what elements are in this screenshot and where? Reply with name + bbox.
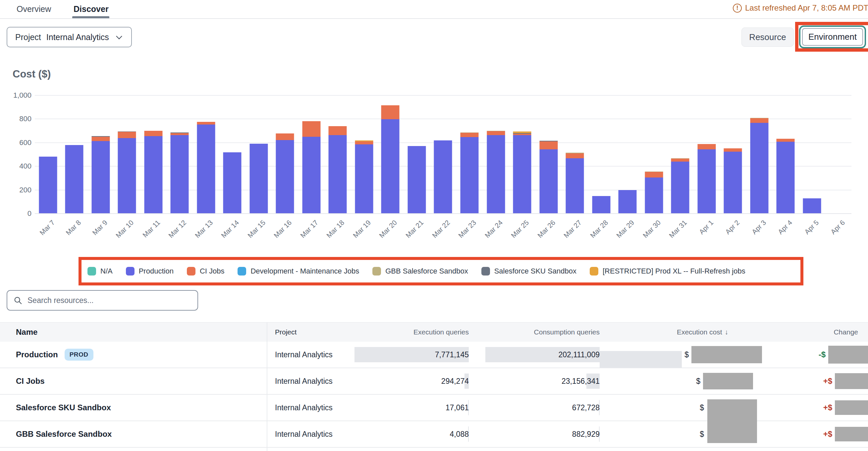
- consumption-queries-cell: 23,156,341: [469, 368, 600, 394]
- bar-mar-20: [377, 95, 404, 213]
- value-magnitude-bar: [600, 351, 682, 367]
- project-cell: Internal Analytics: [267, 395, 345, 421]
- bar-segment: [355, 141, 373, 144]
- legend-item[interactable]: GBB Salesforce Sandbox: [372, 267, 468, 276]
- tab-overview[interactable]: Overview: [17, 0, 51, 18]
- legend-label: N/A: [100, 267, 113, 276]
- y-tick-label: 0: [3, 209, 31, 218]
- x-tick-label: Mar 11: [141, 219, 162, 239]
- bar-segment: [170, 135, 189, 213]
- bar-segment: [539, 141, 558, 149]
- bar-segment: [513, 135, 531, 213]
- resource-name[interactable]: CI Jobs: [16, 377, 45, 386]
- bar-segment: [381, 105, 400, 119]
- bar-segment: [461, 132, 479, 133]
- resource-name[interactable]: Production: [16, 350, 58, 359]
- x-tick-label: Mar 22: [430, 219, 451, 239]
- search-box[interactable]: [7, 290, 198, 311]
- legend-item[interactable]: Development - Maintenance Jobs: [238, 267, 359, 276]
- table-header-row: NameProjectExecution queriesConsumption …: [0, 322, 868, 342]
- bar-segment: [276, 140, 294, 213]
- redaction-box: [707, 399, 757, 443]
- sort-desc-icon: ↓: [725, 328, 728, 336]
- stacked-bar-chart: [35, 95, 851, 213]
- x-tick-label: Mar 29: [615, 219, 636, 239]
- bar-segment: [249, 144, 268, 213]
- legend-item[interactable]: Salesforce SKU Sandbox: [482, 267, 577, 276]
- bar-segment: [144, 136, 162, 213]
- project-select-dropdown[interactable]: Project Internal Analytics: [7, 27, 132, 47]
- bar-apr-2: [720, 95, 746, 213]
- status-badge: PROD: [65, 349, 93, 361]
- y-tick-label: 200: [3, 186, 31, 194]
- table-row[interactable]: ProductionPRODInternal Analytics7,771,14…: [0, 342, 868, 368]
- bar-segment: [539, 149, 558, 213]
- change-cell: -$: [765, 342, 868, 367]
- bar-mar-22: [430, 95, 457, 213]
- column-header-change[interactable]: Change: [765, 323, 868, 342]
- bar-segment: [118, 131, 136, 132]
- bar-mar-21: [404, 95, 430, 213]
- x-tick-label: Mar 30: [641, 219, 662, 239]
- x-tick-label: Mar 8: [64, 219, 83, 237]
- column-header-execution-cost[interactable]: Execution cost↓: [600, 323, 765, 342]
- x-tick-label: Mar 27: [562, 219, 583, 239]
- redaction-box: [835, 400, 868, 415]
- bar-segment: [619, 190, 637, 213]
- bar-segment: [223, 152, 242, 213]
- chart-y-axis: 02004006008001,000: [3, 95, 31, 213]
- project-cell: Internal Analytics: [267, 368, 345, 394]
- bar-segment: [750, 118, 768, 123]
- tab-discover[interactable]: Discover: [73, 0, 108, 18]
- bar-mar-15: [246, 95, 272, 213]
- execution-queries-cell: 294,274: [345, 368, 469, 394]
- bar-segment: [461, 137, 479, 213]
- y-tick-label: 1,000: [3, 91, 31, 100]
- column-header-execution-queries[interactable]: Execution queries: [345, 323, 469, 342]
- bar-mar-26: [535, 95, 562, 213]
- column-header-name[interactable]: Name: [0, 323, 267, 342]
- column-header-consumption-queries[interactable]: Consumption queries: [469, 323, 600, 342]
- change-sign: +$: [823, 377, 832, 386]
- resource-name[interactable]: GBB Salesforce Sandbox: [16, 429, 112, 439]
- bar-mar-14: [219, 95, 246, 213]
- column-header-project[interactable]: Project: [267, 323, 345, 342]
- legend-label: Production: [139, 267, 174, 276]
- bar-apr-3: [746, 95, 773, 213]
- bar-segment: [671, 158, 689, 159]
- bar-segment: [724, 152, 742, 213]
- legend-swatch: [126, 267, 134, 276]
- bar-mar-13: [193, 95, 219, 213]
- change-sign: +$: [823, 403, 832, 412]
- bar-segment: [592, 196, 610, 213]
- bar-segment: [65, 145, 84, 213]
- legend-item[interactable]: N/A: [88, 267, 113, 276]
- legend-item[interactable]: Production: [126, 267, 174, 276]
- bar-segment: [144, 131, 162, 136]
- bar-segment: [513, 134, 531, 135]
- x-tick-label: Apr 3: [750, 219, 767, 236]
- bar-segment: [698, 144, 716, 149]
- legend-item[interactable]: CI Jobs: [187, 267, 225, 276]
- resource-name[interactable]: Salesforce SKU Sandbox: [16, 403, 111, 412]
- bar-segment: [91, 141, 110, 213]
- search-input[interactable]: [27, 296, 191, 305]
- table-row[interactable]: CI JobsInternal Analytics294,27423,156,3…: [0, 368, 868, 395]
- x-tick-label: Mar 7: [38, 219, 56, 237]
- bar-segment: [302, 121, 320, 136]
- change-cell: +$: [765, 395, 868, 421]
- legend-item[interactable]: [RESTRICTED] Prod XL -- Full-Refresh job…: [590, 267, 745, 276]
- project-cell: Internal Analytics: [267, 342, 345, 367]
- bar-segment: [39, 157, 57, 213]
- bar-mar-11: [140, 95, 167, 213]
- x-tick-label: Mar 24: [483, 219, 504, 239]
- environment-toggle-button[interactable]: Environment: [802, 28, 863, 46]
- x-tick-label: Apr 4: [777, 219, 794, 236]
- bar-segment: [197, 125, 215, 213]
- bar-segment: [434, 140, 452, 213]
- legend-label: Salesforce SKU Sandbox: [494, 267, 577, 276]
- resource-toggle-button[interactable]: Resource: [741, 28, 794, 47]
- bar-segment: [645, 171, 663, 172]
- bar-segment: [487, 135, 505, 213]
- bar-segment: [513, 133, 531, 134]
